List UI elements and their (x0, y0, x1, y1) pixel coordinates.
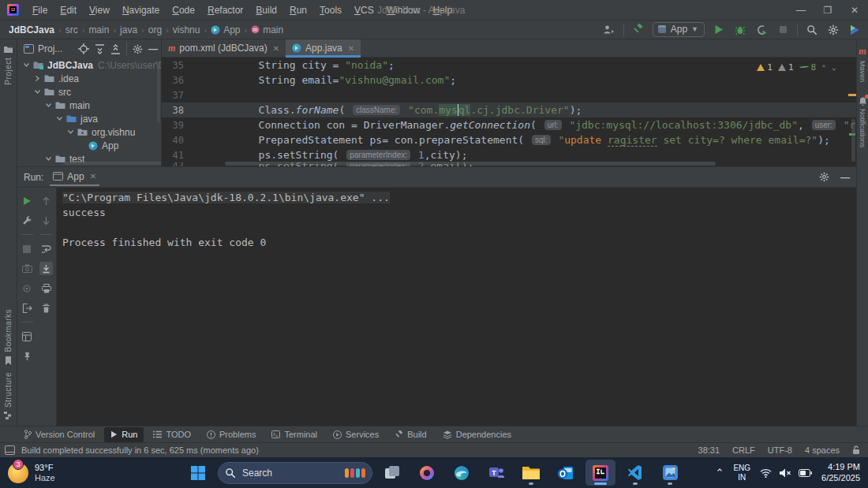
taskbar-app-teams[interactable]: T (481, 460, 511, 486)
minimize-button[interactable]: — (788, 0, 814, 20)
breadcrumb-item-java[interactable]: java (118, 24, 140, 35)
toolwindow-button-todo[interactable]: TODO (147, 427, 197, 442)
code-line-39[interactable]: 39 Connection con = DriverManager.getCon… (162, 117, 856, 132)
menu-build[interactable]: Build (250, 3, 282, 17)
settings-gear-icon[interactable] (826, 23, 840, 37)
start-button[interactable] (183, 460, 213, 486)
project-panel-title[interactable]: Proj... (24, 43, 62, 54)
build-hammer-icon[interactable] (631, 23, 645, 37)
console-line[interactable]: "C:\Program Files\Java\jdk-18.0.2.1\bin\… (62, 192, 856, 207)
debug-button[interactable] (733, 23, 747, 37)
clear-console-icon[interactable] (39, 301, 53, 315)
code-line-37[interactable]: 37 (162, 88, 856, 102)
tree-chevron-icon[interactable] (44, 155, 53, 162)
tree-node-app[interactable]: App (17, 139, 161, 152)
pin-tab-icon[interactable] (21, 349, 34, 363)
maven-stripe-label[interactable]: Maven (859, 61, 866, 82)
menu-refactor[interactable]: Refactor (202, 3, 249, 17)
console-line[interactable]: Process finished with exit code 0 (62, 237, 856, 251)
code-line-40[interactable]: 40 PreparedStatement ps= con.prepareStat… (162, 132, 856, 147)
hide-run-panel-icon[interactable]: — (840, 172, 850, 183)
tree-node-org-vishnu[interactable]: org.vishnu (17, 125, 161, 139)
bookmarks-stripe-label[interactable]: Bookmarks (4, 309, 13, 352)
next-occurrence-icon[interactable] (39, 214, 53, 227)
menu-vcs[interactable]: VCS (349, 3, 380, 17)
close-button[interactable]: ✕ (841, 0, 868, 20)
project-stripe-label[interactable]: Project (4, 58, 13, 85)
file-encoding[interactable]: UTF-8 (768, 445, 792, 455)
structure-stripe-label[interactable]: Structure (4, 372, 13, 408)
toolwindow-button-problems[interactable]: Problems (200, 427, 262, 442)
tree-chevron-icon[interactable] (33, 88, 42, 95)
ide-plugin-icon[interactable] (847, 23, 862, 37)
run-panel-settings-gear-icon[interactable] (819, 172, 829, 182)
tree-node-main[interactable]: main (17, 99, 161, 112)
editor-vertical-scrollbar[interactable] (851, 119, 855, 162)
breadcrumb-item-main[interactable]: mmain (249, 24, 286, 35)
notifications-stripe-label[interactable]: Notifications (859, 109, 866, 147)
menu-code[interactable]: Code (166, 3, 200, 17)
breadcrumb-item-main[interactable]: main (86, 24, 111, 35)
editor-horizontal-scrollbar[interactable] (225, 162, 716, 166)
status-message[interactable]: Build completed successfully in 6 sec, 6… (21, 445, 259, 455)
tree-chevron-icon[interactable] (22, 61, 31, 69)
close-tab-icon[interactable]: ✕ (273, 44, 279, 53)
project-toolwindow-icon[interactable] (3, 45, 13, 54)
clock[interactable]: 4:19 PM6/25/2025 (821, 462, 860, 484)
run-console-output[interactable]: "C:\Program Files\Java\jdk-18.0.2.1\bin\… (57, 188, 856, 426)
toolwindow-switcher-icon[interactable] (5, 445, 15, 455)
print-icon[interactable] (39, 281, 53, 295)
taskbar-app-photos[interactable] (655, 460, 685, 486)
tree-node-java[interactable]: java (17, 112, 161, 125)
code-editor[interactable]: 1 1 8 ⌃ ⌃ 35 String city = "noida";36 St… (162, 58, 856, 166)
run-configuration-select[interactable]: App ▼ (653, 22, 705, 37)
close-console-tab-icon[interactable]: ✕ (90, 172, 96, 181)
soft-wrap-icon[interactable] (39, 242, 53, 255)
caret-position[interactable]: 38:31 (698, 445, 720, 455)
tree-chevron-icon[interactable] (44, 102, 53, 109)
run-button[interactable] (712, 23, 726, 37)
profiler-button[interactable] (754, 23, 769, 37)
code-line-36[interactable]: 36 String email="vishnu@gmail.com"; (162, 73, 856, 88)
taskbar-app-task-view[interactable] (377, 460, 407, 486)
restore-layout-icon[interactable] (21, 330, 34, 343)
project-vertical-scrollbar[interactable] (157, 61, 160, 123)
editor-tab-app-java[interactable]: App.java✕ (286, 39, 361, 57)
inspections-widget[interactable]: 1 1 8 ⌃ ⌃ (754, 61, 839, 74)
expand-all-icon[interactable] (95, 44, 105, 54)
code-line-38[interactable]: 38 Class.forName( className: "com.mysql.… (162, 102, 856, 117)
hide-panel-icon[interactable]: — (148, 43, 158, 54)
tray-chevron-icon[interactable]: ⌃ (715, 467, 724, 479)
code-with-me-icon[interactable] (602, 23, 616, 37)
maven-toolwindow-icon[interactable]: m (859, 46, 866, 58)
tree-node-jdbcjava[interactable]: JdBCJavaC:\Users\user\Deskt (17, 58, 161, 72)
stop-button[interactable] (776, 23, 790, 37)
code-line-35[interactable]: 35 String city = "noida"; (162, 58, 856, 73)
breadcrumb-item-app[interactable]: App (208, 24, 242, 35)
editor-tab-pom-xml[interactable]: mpom.xml (JdBCJava)✕ (162, 39, 286, 57)
toolwindow-button-terminal[interactable]: Terminal (265, 427, 324, 442)
volume-muted-icon[interactable] (779, 468, 791, 478)
tree-chevron-icon[interactable] (33, 75, 42, 82)
taskbar-app-vscode[interactable] (620, 460, 650, 486)
taskbar-app-copilot[interactable] (412, 460, 442, 486)
toolwindow-button-version-control[interactable]: Version Control (17, 427, 101, 442)
detach-process-icon[interactable] (21, 301, 34, 315)
menu-view[interactable]: View (84, 3, 115, 17)
tree-node--idea[interactable]: .idea (17, 72, 161, 85)
taskbar-app-intellij-idea[interactable] (586, 460, 615, 486)
prev-problem-icon[interactable]: ⌃ (821, 64, 825, 72)
locate-file-icon[interactable] (78, 43, 89, 54)
toolwindow-button-dependencies[interactable]: Dependencies (436, 427, 518, 442)
project-settings-gear-icon[interactable] (133, 44, 143, 54)
battery-icon[interactable] (799, 469, 812, 477)
menu-file[interactable]: File (27, 3, 53, 17)
prev-occurrence-icon[interactable] (39, 194, 53, 207)
console-line[interactable]: success (62, 207, 856, 222)
stop-process-button[interactable] (21, 242, 34, 255)
menu-navigate[interactable]: Navigate (117, 3, 165, 17)
rerun-button[interactable] (21, 194, 34, 207)
toolwindow-button-build[interactable]: Build (388, 427, 432, 442)
search-everywhere-icon[interactable] (805, 23, 819, 37)
console-line[interactable] (62, 222, 856, 237)
